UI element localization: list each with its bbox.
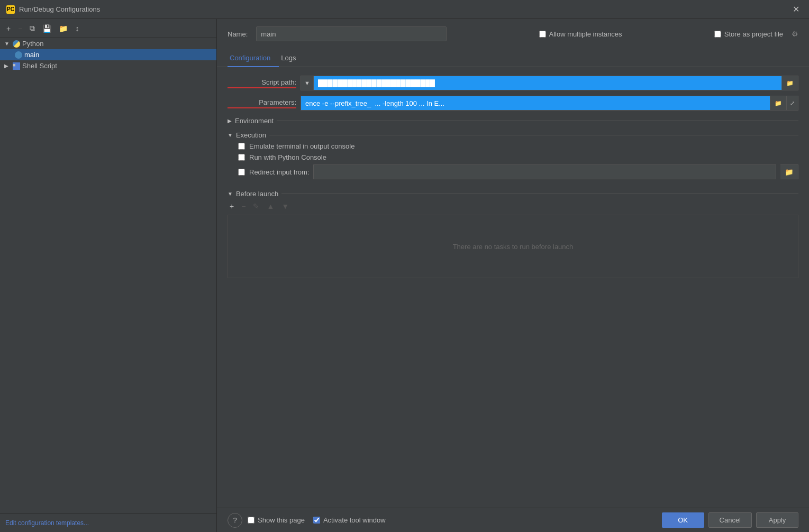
parameters-input[interactable] bbox=[301, 96, 770, 111]
left-panel: + − ⧉ 💾 📁 ↕ ▼ Python main bbox=[0, 19, 217, 532]
main-config-label: main bbox=[24, 51, 39, 59]
environment-section-line bbox=[277, 121, 798, 121]
parameters-label: Parameters: bbox=[228, 98, 296, 108]
dialog-footer: ? Show this page Activate tool window OK… bbox=[217, 508, 809, 532]
python-group-label: Python bbox=[22, 40, 43, 48]
execution-arrow-icon: ▼ bbox=[228, 132, 233, 138]
parameters-row: Parameters: 📁 ⤢ bbox=[228, 96, 798, 111]
tree-item-python[interactable]: ▼ Python bbox=[0, 38, 216, 49]
activate-tool-checkbox[interactable] bbox=[313, 517, 320, 524]
footer-buttons: OK Cancel Apply bbox=[662, 512, 798, 528]
ok-button[interactable]: OK bbox=[662, 512, 704, 528]
redirect-input-browse-button[interactable]: 📁 bbox=[780, 164, 798, 179]
tabs-bar: Configuration Logs bbox=[217, 45, 809, 67]
before-launch-header[interactable]: ▼ Before launch bbox=[228, 190, 798, 198]
edit-templates-link[interactable]: Edit configuration templates... bbox=[0, 513, 216, 532]
config-header: Name: Allow multiple instances Store as … bbox=[217, 19, 809, 41]
redirect-input-row: Redirect input from: 📁 bbox=[238, 164, 798, 179]
run-python-console-row: Run with Python Console bbox=[238, 153, 798, 161]
emulate-terminal-checkbox[interactable] bbox=[238, 143, 245, 150]
environment-section-title: Environment bbox=[235, 117, 274, 125]
script-path-browse-button[interactable]: 📁 bbox=[782, 76, 798, 90]
no-tasks-text: There are no tasks to run before launch bbox=[453, 243, 574, 251]
show-page-label: Show this page bbox=[258, 516, 305, 524]
environment-arrow-icon: ▶ bbox=[228, 118, 232, 124]
emulate-terminal-label: Emulate terminal in output console bbox=[249, 142, 354, 150]
show-page-row: Show this page bbox=[248, 516, 305, 524]
folder-config-button[interactable]: 📁 bbox=[57, 23, 70, 34]
environment-section-header[interactable]: ▶ Environment bbox=[228, 117, 798, 125]
redirect-input-field[interactable] bbox=[313, 164, 776, 179]
execution-section-line bbox=[269, 135, 798, 135]
tree-item-shell-script[interactable]: ▶ ■ Shell Script bbox=[0, 60, 216, 71]
help-button[interactable]: ? bbox=[228, 513, 242, 528]
before-launch-arrow-icon: ▼ bbox=[228, 191, 233, 197]
python-icon bbox=[13, 40, 20, 48]
shell-script-icon: ■ bbox=[13, 62, 20, 70]
launch-remove-button[interactable]: − bbox=[239, 201, 248, 212]
run-python-console-label: Run with Python Console bbox=[249, 153, 326, 161]
sort-config-button[interactable]: ↕ bbox=[73, 23, 81, 34]
script-path-label: Script path: bbox=[228, 78, 296, 88]
copy-config-button[interactable]: ⧉ bbox=[28, 23, 37, 34]
launch-edit-button[interactable]: ✎ bbox=[251, 201, 261, 212]
tree-item-main[interactable]: main bbox=[0, 49, 216, 60]
title-bar-left: PC Run/Debug Configurations bbox=[6, 5, 100, 14]
settings-gear-icon[interactable]: ⚙ bbox=[792, 30, 798, 38]
name-label: Name: bbox=[228, 30, 248, 38]
left-toolbar: + − ⧉ 💾 📁 ↕ bbox=[0, 19, 216, 38]
show-page-checkbox[interactable] bbox=[248, 517, 254, 524]
script-path-input-group: ▼ 📁 bbox=[301, 76, 798, 90]
python-expand-arrow: ▼ bbox=[4, 41, 11, 47]
shell-script-label: Shell Script bbox=[22, 62, 57, 70]
title-bar: PC Run/Debug Configurations ✕ bbox=[0, 0, 809, 19]
no-tasks-message: There are no tasks to run before launch bbox=[228, 215, 798, 278]
main-run-icon bbox=[15, 51, 22, 59]
config-tree: ▼ Python main ▶ ■ Shell Script bbox=[0, 38, 216, 513]
remove-config-button[interactable]: − bbox=[16, 23, 24, 34]
shell-expand-arrow: ▶ bbox=[4, 63, 11, 69]
store-project-label: Store as project file bbox=[724, 30, 783, 38]
execution-section-header[interactable]: ▼ Execution bbox=[228, 131, 798, 139]
parameters-expand-button[interactable]: ⤢ bbox=[787, 96, 798, 111]
main-content: + − ⧉ 💾 📁 ↕ ▼ Python main bbox=[0, 19, 809, 532]
launch-down-button[interactable]: ▼ bbox=[279, 201, 291, 212]
activate-tool-label: Activate tool window bbox=[323, 516, 386, 524]
launch-toolbar: + − ✎ ▲ ▼ bbox=[228, 201, 798, 212]
script-path-row: Script path: ▼ 📁 bbox=[228, 76, 798, 90]
execution-section-title: Execution bbox=[236, 131, 266, 139]
store-project-checkbox[interactable] bbox=[714, 31, 721, 38]
script-path-input[interactable] bbox=[313, 76, 782, 90]
right-panel: Name: Allow multiple instances Store as … bbox=[217, 19, 809, 532]
allow-multiple-group: Allow multiple instances bbox=[539, 30, 622, 38]
redirect-input-checkbox[interactable] bbox=[238, 169, 245, 176]
add-config-button[interactable]: + bbox=[4, 23, 13, 34]
script-path-dropdown-button[interactable]: ▼ bbox=[301, 76, 313, 90]
run-python-console-checkbox[interactable] bbox=[238, 154, 245, 161]
redirect-input-label: Redirect input from: bbox=[249, 168, 309, 176]
apply-button[interactable]: Apply bbox=[756, 512, 798, 528]
launch-up-button[interactable]: ▲ bbox=[265, 201, 276, 212]
launch-add-button[interactable]: + bbox=[228, 201, 236, 212]
activate-tool-row: Activate tool window bbox=[313, 516, 386, 524]
close-button[interactable]: ✕ bbox=[789, 3, 803, 15]
app-icon: PC bbox=[6, 5, 15, 14]
footer-checks: Show this page Activate tool window bbox=[248, 516, 386, 524]
before-launch-title: Before launch bbox=[236, 190, 278, 198]
parameters-input-group: 📁 ⤢ bbox=[301, 96, 798, 111]
parameters-browse-button[interactable]: 📁 bbox=[770, 96, 787, 111]
tab-configuration[interactable]: Configuration bbox=[228, 51, 279, 67]
cancel-button[interactable]: Cancel bbox=[708, 512, 752, 528]
before-launch-section-line bbox=[281, 194, 798, 194]
name-input[interactable] bbox=[256, 26, 447, 41]
dialog-title: Run/Debug Configurations bbox=[19, 5, 100, 13]
dialog: PC Run/Debug Configurations ✕ + − ⧉ 💾 📁 … bbox=[0, 0, 809, 532]
tab-logs[interactable]: Logs bbox=[279, 51, 304, 67]
config-body: Script path: ▼ 📁 Parameters: 📁 ⤢ bbox=[217, 67, 809, 508]
emulate-terminal-row: Emulate terminal in output console bbox=[238, 142, 798, 150]
store-project-group: Store as project file bbox=[714, 30, 783, 38]
save-config-button[interactable]: 💾 bbox=[40, 23, 53, 34]
allow-multiple-label: Allow multiple instances bbox=[549, 30, 622, 38]
allow-multiple-checkbox[interactable] bbox=[539, 31, 546, 38]
before-launch-section: ▼ Before launch + − ✎ ▲ ▼ There are no t… bbox=[228, 190, 798, 278]
